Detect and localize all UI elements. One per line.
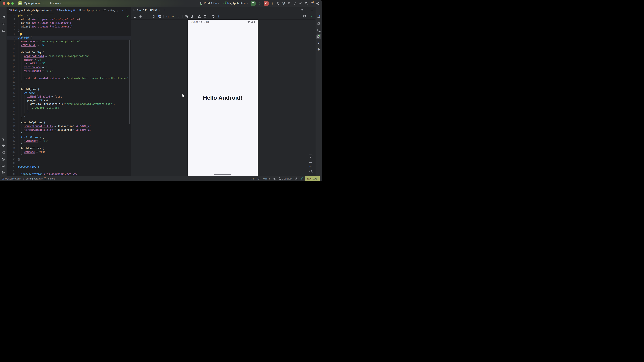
build-tool-button[interactable] xyxy=(1,137,6,142)
volume-down-button[interactable] xyxy=(144,15,148,18)
macos-close-button[interactable] xyxy=(3,2,5,5)
code-line-33[interactable]: 33 } xyxy=(7,132,131,135)
close-icon[interactable]: × xyxy=(50,9,52,11)
code-line-24[interactable]: 24 proguardFiles( xyxy=(7,98,131,102)
resource-manager-tool-button[interactable] xyxy=(1,28,6,33)
intention-bulb-icon[interactable] xyxy=(20,33,22,35)
travel-mode-tool-button[interactable]: ✈ xyxy=(316,47,321,52)
close-icon[interactable]: × xyxy=(159,9,160,11)
gradle-tool-button[interactable] xyxy=(316,21,321,26)
code-line-17[interactable]: 17 xyxy=(7,73,131,76)
code-line-37[interactable]: 37 buildFeatures { xyxy=(7,146,131,150)
code-line-32[interactable]: 32 targetCompatibility = JavaVersion.VER… xyxy=(7,128,131,132)
project-selector[interactable]: My Application ⌄ xyxy=(24,2,44,5)
notifications-tool-button[interactable] xyxy=(316,14,321,19)
zoom-to-fit-button[interactable] xyxy=(309,170,312,172)
screen-record-button[interactable] xyxy=(204,15,207,18)
build-button[interactable] xyxy=(276,2,280,5)
code-line-21[interactable]: 21 buildTypes { xyxy=(7,87,131,91)
code-line-10[interactable]: 10 xyxy=(7,47,131,51)
code-line-19[interactable]: 19 } xyxy=(7,80,131,84)
screenshot-button[interactable] xyxy=(198,15,202,18)
code-line-25[interactable]: 25 getDefaultProguardFile("proguard-andr… xyxy=(7,102,131,106)
project-tool-button[interactable] xyxy=(1,14,6,19)
tab-list-chevron[interactable]: ⌄ xyxy=(120,7,124,13)
restart-button[interactable] xyxy=(212,15,215,18)
ui-check-button[interactable] xyxy=(303,15,306,18)
code-line-11[interactable]: 11 defaultConfig { xyxy=(7,51,131,54)
code-line-29[interactable]: 29 } xyxy=(7,117,131,121)
code-line-44[interactable]: 44 implementation(libs.androidx.core.ktx… xyxy=(7,172,131,176)
panel-options-kebab[interactable]: ⋮ xyxy=(306,8,308,11)
breadcrumb-element[interactable]: λ android xyxy=(44,177,55,180)
code-line-38[interactable]: 38 compose = true xyxy=(7,150,131,154)
hide-panel-icon[interactable]: — xyxy=(310,9,313,11)
code-line-42[interactable]: 42dependencies { xyxy=(7,165,131,169)
code-line-27[interactable]: 27 ) xyxy=(7,110,131,113)
sync-gradle-button[interactable]: A xyxy=(282,2,285,5)
code-line-6[interactable]: 6 xyxy=(7,32,131,36)
device-tab-pixel-9-pro[interactable]: Pixel 9 Pro API 34 × xyxy=(131,7,162,13)
branch-selector[interactable]: main ⌄ xyxy=(50,2,62,5)
overview-button[interactable]: □ xyxy=(177,15,180,18)
code-line-13[interactable]: 13 minSdk = 24 xyxy=(7,58,131,62)
code-line-31[interactable]: 31 sourceCompatibility = JavaVersion.VER… xyxy=(7,124,131,128)
problems-tool-button[interactable] xyxy=(1,157,6,162)
code-line-16[interactable]: 16 versionName = "1.0" xyxy=(7,69,131,73)
code-line-7[interactable]: 7android { xyxy=(7,36,131,39)
search-everywhere-button[interactable] xyxy=(304,2,308,5)
build-variants-button[interactable] xyxy=(288,2,291,5)
profiler-button[interactable] xyxy=(293,2,296,5)
tab-options-kebab[interactable]: ⋮ xyxy=(124,7,129,13)
device-manager-tool-button[interactable] xyxy=(316,28,321,33)
more-tool-windows-button[interactable]: ⋯ xyxy=(1,34,6,39)
code-line-35[interactable]: 35 jvmTarget = "11" xyxy=(7,139,131,143)
tab-build-gradle-kts[interactable]: build.gradle.kts (My Application) × xyxy=(7,7,54,13)
file-lock-widget[interactable] xyxy=(295,177,298,180)
zoom-out-button[interactable]: — xyxy=(309,161,312,163)
code-line-36[interactable]: 36 } xyxy=(7,143,131,146)
code-line-4[interactable]: 4 alias(libs.plugins.kotlin.compose) xyxy=(7,25,131,28)
zoom-reset-button[interactable]: 1:1 xyxy=(309,166,312,168)
account-button[interactable] xyxy=(316,2,319,5)
code-line-34[interactable]: 34 kotlinOptions { xyxy=(7,135,131,139)
code-line-40[interactable]: 40} xyxy=(7,158,131,161)
terminal-tool-button[interactable] xyxy=(1,164,6,169)
running-devices-tool-button[interactable] xyxy=(316,34,321,39)
debug-button[interactable] xyxy=(258,2,261,5)
commit-tool-button[interactable] xyxy=(1,21,6,26)
code-line-2[interactable]: 2 alias(libs.plugins.android.application… xyxy=(7,17,131,21)
code-line-23[interactable]: 23 isMinifyEnabled = false xyxy=(7,95,131,98)
zoom-in-button[interactable]: + xyxy=(310,156,311,159)
tab-settings-gradle[interactable]: settings.g xyxy=(102,7,120,13)
emulator-options-kebab[interactable]: ⋮ xyxy=(217,15,220,18)
code-line-39[interactable]: 39 } xyxy=(7,154,131,158)
home-button[interactable]: ○ xyxy=(171,15,174,18)
code-line-3[interactable]: 3 alias(libs.plugins.kotlin.android) xyxy=(7,21,131,25)
code-line-8[interactable]: 8 namespace = "com.example.myapplication… xyxy=(7,39,131,43)
code-line-18[interactable]: 18 testInstrumentationRunner = "androidx… xyxy=(7,76,131,80)
macos-zoom-button[interactable] xyxy=(11,2,14,5)
device-settings-button[interactable] xyxy=(190,15,194,18)
app-quality-insights-tool-button[interactable] xyxy=(1,143,6,148)
ideavim-icon[interactable]: V xyxy=(301,177,302,180)
code-line-41[interactable]: 41 xyxy=(7,161,131,165)
code-line-9[interactable]: 9 compileSdk = 36 xyxy=(7,43,131,47)
code-line-26[interactable]: 26 "proguard-rules.pro" xyxy=(7,106,131,110)
code-line-28[interactable]: 28 } xyxy=(7,113,131,117)
power-button[interactable] xyxy=(133,15,137,18)
logcat-tool-button[interactable] xyxy=(1,150,6,155)
vim-mode-badge[interactable]: NORMAL xyxy=(305,176,320,181)
code-line-22[interactable]: 22 release { xyxy=(7,91,131,95)
code-line-20[interactable]: 20 xyxy=(7,84,131,87)
ai-autocomplete-off-widget[interactable] xyxy=(273,177,276,180)
run-configuration-selector[interactable]: My_Application ⌄ xyxy=(223,2,248,5)
rotate-right-button[interactable] xyxy=(158,15,161,18)
code-line-5[interactable]: 5} xyxy=(7,28,131,32)
code-line-1[interactable]: 1plugins { xyxy=(7,14,131,17)
code-line-15[interactable]: 15 versionCode = 1 xyxy=(7,65,131,69)
rotate-left-button[interactable] xyxy=(152,15,156,18)
code-line-12[interactable]: 12 applicationId = "com.example.myapplic… xyxy=(7,54,131,58)
back-button[interactable]: ◁ xyxy=(166,15,169,18)
open-in-window-icon[interactable] xyxy=(301,9,304,11)
